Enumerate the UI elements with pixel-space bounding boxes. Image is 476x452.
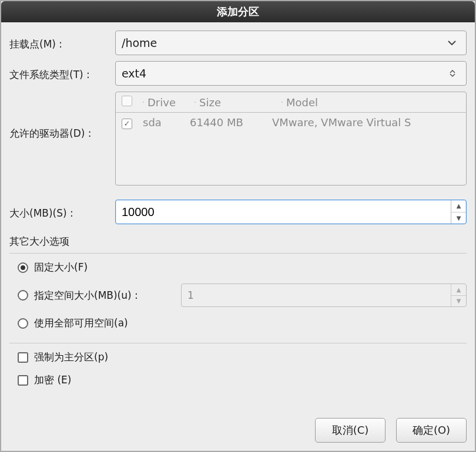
drive-size: 61440 MB xyxy=(190,116,272,129)
size-spinbox[interactable]: ▲ ▼ xyxy=(115,200,467,224)
spin-up-icon: ▲ xyxy=(451,284,466,296)
drives-header: Drive Size Model xyxy=(116,92,466,113)
drive-model: VMware, VMware Virtual S xyxy=(272,116,460,129)
additional-size-fieldset: 其它大小选项 固定大小(F) 指定空间大小(MB)(u) : 1 ▲ ▼ xyxy=(9,235,467,335)
checkbox-icon[interactable] xyxy=(18,352,28,363)
fill-all-option[interactable]: 使用全部可用空间(a) xyxy=(9,312,467,335)
button-bar: 取消(C) 确定(O) xyxy=(9,410,467,443)
encrypt-check[interactable]: 加密 (E) xyxy=(9,369,467,392)
divider xyxy=(9,253,467,254)
fill-to-value: 1 xyxy=(182,289,451,301)
size-input[interactable] xyxy=(116,200,451,224)
mount-point-row: 挂载点(M) : /home xyxy=(9,31,467,55)
mount-point-value: /home xyxy=(122,36,444,49)
size-spinner-buttons[interactable]: ▲ ▼ xyxy=(451,200,466,224)
mount-point-combo[interactable]: /home xyxy=(115,31,467,55)
ok-button[interactable]: 确定(O) xyxy=(396,418,467,443)
fill-all-label: 使用全部可用空间(a) xyxy=(34,316,128,330)
drive-checkbox[interactable]: ✓ xyxy=(122,119,132,129)
cancel-button[interactable]: 取消(C) xyxy=(315,418,386,443)
fill-to-label: 指定空间大小(MB)(u) : xyxy=(34,289,175,302)
dialog-body: 挂载点(M) : /home 文件系统类型(T) : ext4 允许的驱动器(D… xyxy=(1,22,475,451)
size-row: 大小(MB)(S) : ▲ ▼ xyxy=(9,200,467,224)
radio-icon[interactable] xyxy=(18,262,28,273)
allowed-drives-label: 允许的驱动器(D) : xyxy=(9,92,115,140)
size-label: 大小(MB)(S) : xyxy=(9,204,115,220)
force-primary-label: 强制为主分区(p) xyxy=(34,350,108,364)
chevron-down-icon[interactable] xyxy=(444,41,460,45)
spin-down-icon[interactable]: ▼ xyxy=(451,212,466,224)
window-title: 添加分区 xyxy=(1,1,475,22)
spin-down-icon: ▼ xyxy=(451,296,466,307)
fill-to-option[interactable]: 指定空间大小(MB)(u) : 1 ▲ ▼ xyxy=(9,279,467,312)
encrypt-label: 加密 (E) xyxy=(34,373,71,387)
divider xyxy=(9,343,467,343)
header-drive: Drive xyxy=(148,96,195,109)
header-model: Model xyxy=(286,96,460,109)
spin-up-icon[interactable]: ▲ xyxy=(451,200,466,212)
additional-size-legend: 其它大小选项 xyxy=(9,235,467,248)
radio-icon[interactable] xyxy=(18,318,28,329)
fs-type-combo[interactable]: ext4 xyxy=(115,61,467,86)
fs-type-row: 文件系统类型(T) : ext4 xyxy=(9,61,467,86)
drive-row[interactable]: ✓ sda 61440 MB VMware, VMware Virtual S xyxy=(116,113,466,133)
fixed-size-label: 固定大小(F) xyxy=(34,261,88,274)
drives-list[interactable]: Drive Size Model ✓ sda 61440 MB VMware, … xyxy=(115,92,467,185)
fixed-size-option[interactable]: 固定大小(F) xyxy=(9,256,467,279)
fs-type-label: 文件系统类型(T) : xyxy=(9,66,115,82)
fs-type-value: ext4 xyxy=(122,67,445,80)
allowed-drives-row: 允许的驱动器(D) : Drive Size Model ✓ sda 614 xyxy=(9,92,467,185)
mount-point-label: 挂载点(M) : xyxy=(9,35,115,51)
add-partition-dialog: 添加分区 挂载点(M) : /home 文件系统类型(T) : ext4 xyxy=(0,0,476,452)
drive-name: sda xyxy=(143,116,190,129)
fill-to-spinbox: 1 ▲ ▼ xyxy=(181,284,467,307)
radio-icon[interactable] xyxy=(18,290,28,301)
checkbox-icon[interactable] xyxy=(18,375,28,386)
header-check-icon xyxy=(122,96,132,106)
header-size: Size xyxy=(199,96,281,109)
updown-icon[interactable] xyxy=(445,70,460,77)
force-primary-check[interactable]: 强制为主分区(p) xyxy=(9,346,467,369)
